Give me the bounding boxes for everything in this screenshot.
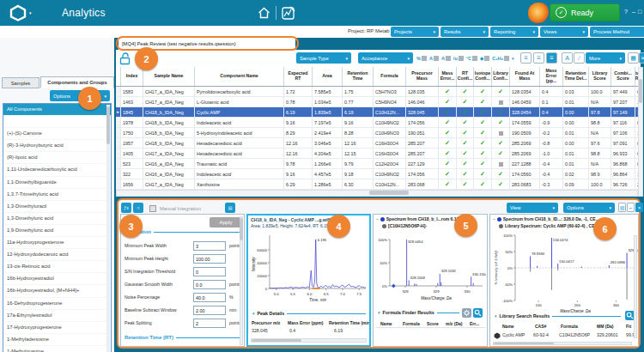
column-header[interactable]: Area [313, 67, 343, 86]
table-vertical-scrollbar-thumb[interactable] [639, 79, 642, 103]
library-mirror-panel[interactable]: –Spectrum from CH18_b_ID...: 328.0 Da, -… [489, 214, 639, 347]
component-list-item[interactable]: 1,3-Dimethyluric acid [3, 213, 111, 225]
column-header[interactable]: Sample Name [143, 67, 195, 86]
ready-status-button[interactable]: ✓ Ready [550, 3, 620, 21]
field-input[interactable]: 3 [193, 241, 226, 251]
table-row[interactable]: 1957CH18_b_IDA_NegHexadecanedioic acid12… [116, 138, 638, 149]
table-row[interactable]: 1750CH18_b_IDA_Neg5-Hydroxyindoleacetic … [116, 128, 638, 138]
project-dropdown-projects[interactable]: Projects▾ [391, 27, 439, 37]
flag-glyph-icon[interactable]: /u [453, 56, 458, 61]
component-list-item[interactable]: 16b-Hydroxyestradiol [3, 273, 111, 285]
flag-toggle[interactable] [484, 56, 489, 61]
xic-settings-icon[interactable]: ▤ [225, 203, 235, 213]
component-list-item[interactable]: 1,1-Dimethylbiguanide [3, 177, 111, 189]
acceptance-dropdown[interactable]: Acceptance▾ [358, 52, 413, 64]
flag-toggle[interactable] [422, 56, 427, 61]
table-row[interactable]: ►1845CH18_b_IDA_NegCyclic AMP6.191.839e5… [116, 107, 638, 118]
more-dropdown[interactable]: More▾ [586, 52, 625, 64]
maximize-button[interactable]: □ [638, 9, 641, 15]
component-list-item[interactable]: 13-cis-Retinoic acid [3, 261, 111, 273]
component-list-item[interactable]: (+)-(S)-Carvone [3, 128, 111, 140]
apply-button[interactable]: Apply [210, 217, 242, 228]
help-button[interactable]: ? [624, 9, 628, 15]
flag-glyph-icon[interactable]: °C [466, 56, 471, 61]
component-list-item[interactable]: 1,9-Dimethyluric acid [3, 225, 111, 237]
link-panes-icon[interactable]: ▥ [618, 203, 626, 212]
search-icon[interactable] [473, 308, 483, 318]
settings-scrollbar-thumb[interactable] [240, 218, 243, 240]
column-header[interactable]: RT Confi... [457, 67, 474, 86]
field-input[interactable]: 40.0 [193, 293, 226, 302]
component-list-item[interactable]: 17a-Ethynylestradiol [3, 310, 111, 322]
app-logo-icon[interactable] [9, 4, 27, 21]
library-scrollbar-thumb[interactable] [494, 343, 554, 344]
flag-glyph-icon[interactable]: ◆ [480, 56, 483, 61]
library-v-scrollbar[interactable] [634, 235, 637, 338]
column-header[interactable]: Precursor Mass [406, 67, 439, 86]
flag-glyph-icon[interactable]: A [429, 56, 433, 61]
app-menu-caret-icon[interactable]: ▾ [29, 10, 32, 15]
component-list-item[interactable]: 1-Methyladenosine [3, 334, 111, 346]
component-list-item[interactable]: 16-Dehydroprogesterone [3, 298, 111, 310]
component-list-item[interactable]: 1,3,7-Trimethyluric acid [3, 189, 111, 201]
row-height-icon[interactable]: ≡ [533, 52, 544, 64]
peak-review-icon[interactable] [281, 5, 296, 21]
column-header[interactable]: Isotope Confi... [474, 67, 492, 86]
flag-toggle[interactable] [459, 56, 464, 61]
table-horizontal-scrollbar-thumb[interactable] [369, 191, 409, 195]
close-panels-icon[interactable]: × [635, 203, 643, 212]
function-fx-icon[interactable]: ƒx [121, 203, 131, 213]
results-table-header[interactable]: IndexSample NameComponent NameExpected R… [116, 67, 638, 87]
component-list-item[interactable]: 1,3-Dimethyluracil [3, 201, 111, 213]
library-row-value[interactable]: C10H12N5O6P [559, 332, 590, 337]
panel-options-dropdown[interactable]: Options▾ [563, 203, 615, 213]
table-row[interactable]: 1656CH17_a_IDA_NegXanthosine6.291.286e56… [116, 179, 638, 190]
column-flag-toggles[interactable]: %AA/u°C◆C₂H₅▾ [416, 53, 514, 64]
home-icon[interactable] [258, 7, 270, 19]
project-dropdown-views[interactable]: Views▾ [540, 27, 588, 37]
slash-annotate-icon[interactable]: ∕ [574, 52, 585, 64]
list-layout-icon[interactable]: ≡ [546, 52, 557, 64]
component-list-item[interactable]: 17-Hydroxyprogesterone [3, 322, 111, 334]
close-pane-icon[interactable]: × [639, 52, 644, 64]
column-header[interactable]: Library Confi... [492, 67, 510, 86]
xic-chromatogram-panel[interactable]: CH18_b_IDA_Neg - Cyclic AMP ...g.wiff2),… [246, 214, 371, 347]
field-input[interactable]: 0.0 [193, 280, 226, 289]
sample-type-dropdown[interactable]: Sample Type▾ [296, 52, 351, 64]
xic-plot[interactable]: 02000040000600005.05.56.06.57.07.5Time, … [249, 230, 369, 309]
minimize-button[interactable]: – [632, 9, 635, 15]
field-input[interactable]: 2 [193, 319, 226, 328]
project-dropdown-results[interactable]: Results▾ [440, 27, 489, 37]
column-header[interactable]: Component Name [195, 67, 284, 86]
sidebar-tab-samples[interactable]: Samples [2, 77, 39, 88]
component-list-item[interactable]: 1,11-Undecanedicarboxylic acid [3, 164, 111, 176]
component-list-item[interactable]: 12-Hydroxydodecanoic acid [3, 249, 111, 261]
flag-toggle[interactable] [446, 56, 451, 61]
peak-details-header[interactable]: ▼Peak Details [252, 311, 366, 316]
library-row-value[interactable]: 329.20601 [597, 332, 618, 337]
smoothing-icon[interactable]: ≈ [133, 203, 143, 213]
component-list-item[interactable]: 11a-Hydroxyprogesterone [3, 237, 111, 249]
unlock-icon[interactable] [119, 52, 132, 65]
project-dropdown-reporting[interactable]: Reporting▾ [490, 27, 538, 37]
mirror-plot[interactable]: 100%50%0%-50%-100%100200300Mass/Charge, … [491, 230, 639, 313]
table-row[interactable]: 1978CH18_b_IDA_NegIndoleacetic acid9.167… [116, 118, 638, 128]
component-list-item[interactable]: (R)-3-Hydroxybutyric acid [3, 140, 111, 152]
component-list-item[interactable] [3, 116, 111, 128]
column-header[interactable]: Retention Time Del... [563, 67, 589, 86]
column-header[interactable]: Index [121, 67, 143, 86]
flag-glyph-icon[interactable]: C₂H₅ [492, 56, 503, 61]
chevron-down-icon[interactable]: ▾ [512, 56, 514, 61]
project-dropdown-process-method[interactable]: Process Method▾ [590, 27, 644, 37]
table-row[interactable]: 1583CH17_a_IDA_NegPyrrolidonecarboxylic … [116, 87, 638, 97]
flag-glyph-icon[interactable]: A [441, 56, 445, 61]
library-row-value[interactable]: Cyclic AMP [502, 332, 525, 337]
view-dropdown[interactable]: View▾ [507, 203, 558, 213]
column-header[interactable]: Found At Mass [510, 67, 540, 86]
field-input[interactable]: 2.00 [193, 306, 226, 315]
component-list-item[interactable]: (R)-lipoic acid [3, 152, 111, 164]
table-row[interactable]: 523CH16_a_IDA_NegTraumatic acid9.781.266… [116, 159, 638, 169]
flag-toggle[interactable] [472, 56, 477, 61]
manual-integration-checkbox[interactable] [149, 205, 156, 212]
column-header[interactable]: Library Score [589, 67, 611, 86]
